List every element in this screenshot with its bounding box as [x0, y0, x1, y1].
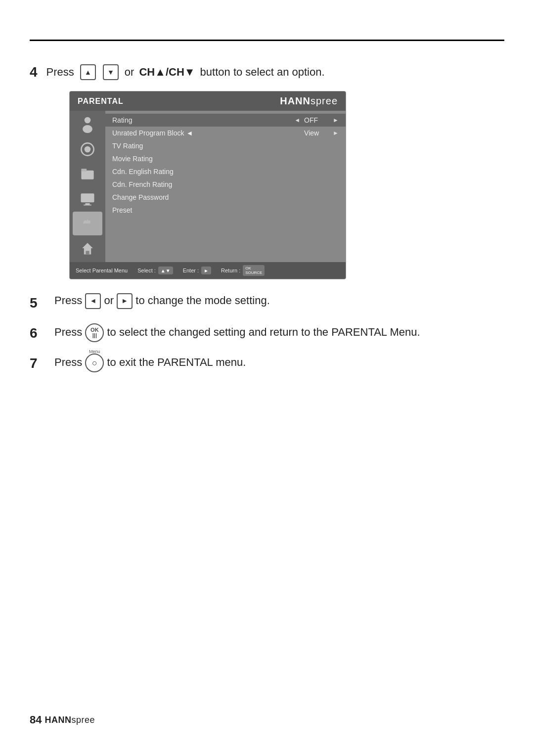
tv-footer-select: Select : ▲▼ [137, 267, 173, 274]
tv-menu-body: Rating ◄ OFF ► Unrated Program Block ◄ V… [70, 111, 346, 262]
step7-text: Press Menu ○ to exit the PARENTAL menu. [54, 354, 246, 372]
tv-arrow-right-unrated: ► [333, 130, 339, 136]
svg-rect-11 [86, 251, 89, 254]
btn-up[interactable]: ▲ [80, 64, 96, 80]
tv-menu-header: PARENTAL HANNspree [70, 91, 346, 111]
tv-icon-parental [73, 113, 102, 136]
brand-spree: spree [311, 95, 338, 106]
footer-brand-hann: HANN [44, 715, 71, 725]
tv-menu-row-label-rating: Rating [112, 116, 290, 124]
step5-btn-left[interactable]: ◄ [85, 293, 101, 309]
tv-footer-enter-btn: ► [201, 267, 211, 274]
tv-menu-row-value-rating: OFF [304, 116, 329, 124]
tv-icon-folder [73, 162, 102, 186]
tv-menu-row-rating: Rating ◄ OFF ► [105, 114, 346, 127]
tv-menu-row-preset: Preset [105, 204, 346, 217]
step4-number: 4 [30, 64, 38, 80]
svg-point-4 [85, 146, 91, 153]
tv-menu-row-cdnenglish: Cdn. English Rating [105, 165, 346, 178]
tv-footer-select-btn: ▲▼ [158, 267, 173, 274]
page-num-brand: 84 HANNspree [30, 713, 504, 726]
tv-menu-icons-column [70, 111, 105, 262]
tv-footer-select-text: Select : [137, 267, 156, 273]
step7-menu-btn[interactable]: Menu ○ [85, 354, 104, 372]
step4-text-after: button to select an option. [200, 66, 325, 79]
footer-brand: HANNspree [44, 715, 95, 725]
tv-footer-select-parental-label: Select Parental Menu [76, 267, 128, 273]
step7-menu-icon: ○ [92, 357, 97, 369]
tv-menu-row-label-changepassword: Change Password [112, 193, 339, 201]
svg-rect-2 [85, 126, 90, 130]
tv-menu-row-label-movierating: Movie Rating [112, 155, 339, 163]
svg-rect-7 [81, 193, 94, 202]
step6-number: 6 [30, 323, 45, 343]
tv-menu-row-label-tvrating: TV Rating [112, 142, 339, 150]
svg-rect-5 [81, 171, 93, 179]
brand-hann: HANN [280, 95, 311, 106]
step4-text-or: or [125, 66, 134, 79]
step6-row: 6 Press OK||| to select the changed sett… [30, 323, 504, 343]
tv-menu-row-tvrating: TV Rating [105, 139, 346, 152]
tv-menu-row-label-preset: Preset [112, 206, 339, 214]
step5-row: 5 Press ◄ or ► to change the mode settin… [30, 293, 504, 312]
tv-menu-header-title: PARENTAL [78, 97, 124, 106]
tv-menu-row-label-cdnenglish: Cdn. English Rating [112, 168, 339, 176]
tv-footer-enter: Enter : ► [183, 267, 211, 274]
tv-menu-brand: HANNspree [280, 95, 338, 107]
step6-ok-btn[interactable]: OK||| [85, 323, 104, 342]
tv-footer-select-parental: Select Parental Menu [76, 267, 128, 273]
tv-menu-row-value-unrated: View [304, 129, 329, 137]
step4-ch-text: CH▲/CH▼ [139, 66, 195, 79]
tv-arrow-left-rating: ◄ [294, 117, 300, 124]
step5-btn-right[interactable]: ► [117, 293, 133, 309]
step7-row: 7 Press Menu ○ to exit the PARENTAL menu… [30, 354, 504, 373]
footer-brand-spree: spree [71, 715, 95, 725]
tv-footer-return-btn: OKSOURCE [243, 265, 265, 276]
svg-point-10 [85, 222, 94, 231]
step6-ok-label: OK||| [90, 327, 99, 338]
tv-menu-screenshot: PARENTAL HANNspree [69, 91, 346, 279]
step5-number: 5 [30, 293, 45, 312]
tv-icon-home [73, 236, 102, 260]
tv-footer-return-text: Return : [221, 267, 240, 273]
steps-lower: 5 Press ◄ or ► to change the mode settin… [30, 293, 504, 373]
svg-point-0 [85, 117, 91, 124]
footer-area: 84 HANNspree [30, 713, 504, 726]
btn-down[interactable]: ▼ [103, 64, 119, 80]
tv-menu-row-label-cdnfrench: Cdn. French Rating [112, 180, 339, 188]
step5-text: Press ◄ or ► to change the mode setting. [54, 293, 270, 309]
page-number: 84 [30, 713, 42, 726]
svg-rect-9 [84, 205, 91, 206]
tv-menu-row-movierating: Movie Rating [105, 152, 346, 165]
step7-menu-superscript: Menu [89, 349, 100, 355]
svg-rect-6 [81, 169, 87, 171]
step4-text-before: Press [46, 66, 74, 79]
tv-footer-enter-text: Enter : [183, 267, 199, 273]
step4-instruction: 4 Press ▲ ▼ or CH▲/CH▼ button to select … [30, 64, 504, 80]
tv-menu-footer: Select Parental Menu Select : ▲▼ Enter :… [70, 262, 346, 279]
tv-menu-row-label-unrated: Unrated Program Block ◄ [112, 129, 300, 137]
tv-menu-items-column: Rating ◄ OFF ► Unrated Program Block ◄ V… [105, 111, 346, 262]
tv-icon-monitor [73, 187, 102, 211]
tv-footer-return: Return : OKSOURCE [221, 265, 265, 276]
step6-text: Press OK||| to select the changed settin… [54, 323, 420, 342]
tv-menu-row-unrated: Unrated Program Block ◄ View ► [105, 127, 346, 139]
tv-menu-row-changepassword: Change Password [105, 191, 346, 204]
tv-arrow-right-rating: ► [333, 117, 339, 124]
tv-icon-settings [73, 212, 102, 235]
tv-menu-row-cdnfrench: Cdn. French Rating [105, 178, 346, 191]
tv-icon-camera [73, 137, 102, 161]
step7-number: 7 [30, 354, 45, 373]
top-rule [30, 40, 504, 41]
